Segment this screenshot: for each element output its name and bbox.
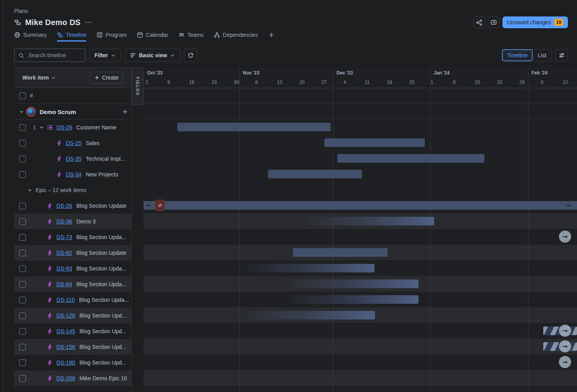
issue-key-link[interactable]: DS-93 xyxy=(56,265,72,272)
view-settings-button[interactable]: Basic view xyxy=(125,49,180,62)
issue-key-link[interactable]: DS-209 xyxy=(56,375,75,381)
search-input[interactable] xyxy=(27,52,81,59)
row-checkbox[interactable] xyxy=(19,265,26,272)
issue-key-link[interactable]: DS-28 xyxy=(56,124,72,131)
row-checkbox[interactable] xyxy=(19,281,26,288)
more-menu-button[interactable] xyxy=(84,18,93,27)
month-label: Nov '23 xyxy=(243,70,259,76)
scroll-to-bar-button[interactable]: → xyxy=(559,230,571,243)
breadcrumb[interactable]: Plans xyxy=(14,8,28,14)
issue-key-link[interactable]: DS-26 xyxy=(56,203,72,209)
date-tick-label: 5 xyxy=(541,80,544,85)
gantt-bar[interactable] xyxy=(291,295,419,304)
issue-key-link[interactable]: DS-156 xyxy=(56,344,75,350)
tab-label: Summary xyxy=(23,32,47,38)
issue-key-link[interactable]: DS-35 xyxy=(66,156,82,162)
row-checkbox[interactable] xyxy=(19,312,26,319)
share-button[interactable] xyxy=(473,16,485,28)
select-all-checkbox[interactable] xyxy=(19,93,26,99)
row-checkbox[interactable] xyxy=(19,140,26,147)
add-view-tab-button[interactable] xyxy=(268,32,275,42)
gantt-bar[interactable] xyxy=(293,248,388,257)
dependency-link-badge[interactable] xyxy=(155,200,165,211)
tab-timeline[interactable]: Timeline xyxy=(57,32,86,42)
create-button[interactable]: Create xyxy=(90,72,123,83)
gantt-bar[interactable] xyxy=(337,154,484,163)
issue-summary: New Projects xyxy=(86,171,118,178)
work-item-row: DS-156Blog Section Upd... xyxy=(14,339,131,355)
add-item-button[interactable] xyxy=(122,104,128,120)
work-item-row: 1DS-28Customer Name xyxy=(14,120,131,135)
date-tick-label: 1 xyxy=(431,80,433,85)
issue-summary: Blog Section Upda... xyxy=(79,297,129,303)
issue-summary: Blog Section Upd... xyxy=(79,328,126,334)
scroll-to-bar-button[interactable]: → xyxy=(559,325,571,337)
issue-key-link[interactable]: DS-110 xyxy=(56,297,75,303)
issue-key-link[interactable]: DS-36 xyxy=(56,218,72,225)
date-tick-label: 13 xyxy=(277,80,282,85)
fields-tab[interactable]: FIELDS xyxy=(132,67,144,105)
row-checkbox[interactable] xyxy=(19,250,26,256)
select-all-row: # xyxy=(14,87,131,104)
row-checkbox[interactable] xyxy=(19,171,26,178)
issue-key-link[interactable]: DS-94 xyxy=(56,281,72,287)
row-checkbox[interactable] xyxy=(19,234,26,241)
gantt-bar[interactable] xyxy=(268,170,362,178)
unsaved-changes-button[interactable]: Unsaved changes 19 xyxy=(502,16,568,28)
issue-key-link[interactable]: DS-180 xyxy=(56,359,75,366)
expand-chevron-icon[interactable] xyxy=(39,120,44,135)
scroll-to-bar-button[interactable]: → xyxy=(559,356,571,368)
issue-key-link[interactable]: DS-145 xyxy=(56,328,75,334)
tab-program[interactable]: Program xyxy=(96,32,127,42)
issue-summary: Blog Section Update xyxy=(76,203,127,209)
panel-header: Work item Create xyxy=(14,68,131,88)
collapse-chevron-icon[interactable] xyxy=(27,182,33,198)
board-icon xyxy=(96,32,103,38)
gantt-bar[interactable] xyxy=(247,264,375,272)
gantt-bar[interactable]: ←→ xyxy=(144,201,577,210)
dependencies-icon xyxy=(214,32,220,38)
row-checkbox[interactable] xyxy=(19,124,26,131)
row-checkbox[interactable] xyxy=(19,375,26,382)
arrow-right-icon: → xyxy=(562,233,568,240)
feedback-button[interactable] xyxy=(488,16,500,28)
collapse-chevron-icon[interactable] xyxy=(19,104,24,120)
tab-summary[interactable]: Summary xyxy=(14,32,47,42)
scroll-to-bar-button[interactable]: → xyxy=(559,340,571,352)
timeline-settings-button[interactable] xyxy=(555,49,568,62)
tab-label: Calendar xyxy=(146,32,168,38)
gantt-bar[interactable] xyxy=(324,138,425,147)
tab-calendar[interactable]: Calendar xyxy=(137,32,168,42)
issue-key-link[interactable]: DS-126 xyxy=(56,312,75,319)
epic-icon xyxy=(56,156,62,162)
row-checkbox[interactable] xyxy=(19,359,26,366)
row-checkbox[interactable] xyxy=(19,297,26,303)
issue-key-link[interactable]: DS-73 xyxy=(56,234,72,240)
gantt-bar[interactable] xyxy=(248,311,375,319)
issue-key-link[interactable]: DS-25 xyxy=(66,140,82,146)
row-checkbox[interactable] xyxy=(19,203,26,209)
issue-key-link[interactable]: DS-82 xyxy=(56,250,72,256)
date-tick-label: 4 xyxy=(344,80,346,85)
row-checkbox[interactable] xyxy=(19,344,26,350)
toggle-list[interactable]: List xyxy=(533,49,552,61)
tab-dependencies[interactable]: Dependencies xyxy=(214,32,258,42)
issue-key-link[interactable]: DS-34 xyxy=(66,171,82,178)
toggle-timeline[interactable]: Timeline xyxy=(502,49,533,61)
timeline-row xyxy=(144,260,577,276)
row-checkbox[interactable] xyxy=(19,328,26,335)
date-tick-label: 30 xyxy=(234,80,239,85)
issue-summary: Demo 3 xyxy=(76,218,96,225)
row-checkbox[interactable] xyxy=(19,218,26,225)
gantt-bar[interactable] xyxy=(291,279,419,288)
gantt-bar[interactable] xyxy=(308,217,434,225)
filter-button[interactable]: Filter xyxy=(89,49,121,62)
issue-summary: Blog Section Update xyxy=(76,250,127,256)
gantt-bar[interactable] xyxy=(177,123,331,131)
column-selector[interactable]: Work item xyxy=(22,68,56,87)
refresh-button[interactable] xyxy=(184,49,197,62)
tab-teams[interactable]: Teams xyxy=(178,32,204,42)
work-item-row: DS-34New Projects xyxy=(14,167,131,182)
tab-label: Dependencies xyxy=(223,32,258,38)
row-checkbox[interactable] xyxy=(19,156,26,162)
